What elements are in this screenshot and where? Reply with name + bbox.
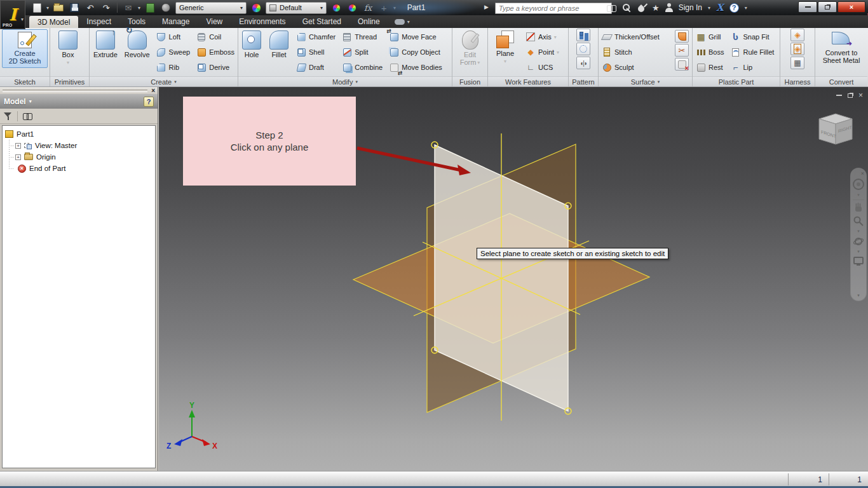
doc-close-button[interactable]: ×: [858, 91, 863, 100]
panel-close-icon[interactable]: ×: [151, 88, 155, 93]
combine-button[interactable]: Combine: [339, 60, 386, 75]
extrude-button[interactable]: ↑ Extrude: [90, 28, 121, 58]
doc-restore-button[interactable]: [848, 93, 853, 98]
new-file-button[interactable]: [31, 1, 43, 14]
rectangular-pattern-button[interactable]: [576, 29, 590, 41]
browser-header[interactable]: Model ▾ ?: [0, 94, 158, 109]
close-button[interactable]: ×: [837, 1, 865, 13]
sign-in-button[interactable]: Sign In: [679, 3, 702, 12]
help-button[interactable]: ?: [729, 3, 739, 13]
orbit-icon[interactable]: [853, 236, 864, 247]
tab-tools[interactable]: Tools: [119, 15, 154, 28]
look-at-icon[interactable]: [853, 256, 864, 266]
help-dropdown-icon[interactable]: ▾: [745, 5, 747, 11]
thicken-offset-button[interactable]: Thicken/Offset: [599, 29, 663, 44]
ucs-button[interactable]: ∟UCS: [522, 60, 562, 75]
navbar-dropdown-icon[interactable]: ▾: [857, 249, 860, 254]
material-browser-button[interactable]: [144, 1, 156, 14]
tab-get-started[interactable]: Get Started: [294, 15, 349, 28]
tab-online[interactable]: Online: [349, 15, 388, 28]
doc-minimize-button[interactable]: [836, 95, 842, 96]
inventor-logo[interactable]: I PRO ▾: [0, 0, 25, 29]
favorites-star-icon[interactable]: ★: [652, 3, 660, 13]
minimize-button[interactable]: [798, 1, 817, 13]
panel-expand-icon[interactable]: ▾: [355, 79, 358, 85]
tree-item-view-master[interactable]: + View: Master: [3, 140, 155, 151]
navbar-dropdown-icon[interactable]: ▾: [857, 229, 860, 234]
chamfer-button[interactable]: Chamfer: [293, 29, 339, 44]
tab-manage[interactable]: Manage: [154, 15, 198, 28]
plane-button[interactable]: Plane ▾: [488, 28, 522, 65]
find-icon[interactable]: [23, 113, 32, 119]
search-input[interactable]: [495, 3, 612, 14]
hole-button[interactable]: Hole: [238, 28, 265, 58]
stitch-button[interactable]: Stitch: [599, 44, 663, 60]
create-2d-sketch-button[interactable]: Create 2D Sketch: [2, 29, 48, 68]
steering-wheel-icon[interactable]: [852, 178, 865, 191]
expand-icon[interactable]: +: [15, 154, 21, 160]
trim-button[interactable]: ✂: [675, 44, 689, 57]
boss-button[interactable]: Boss: [693, 44, 727, 60]
circular-pattern-button[interactable]: [576, 43, 590, 55]
panel-expand-icon[interactable]: ▾: [658, 79, 660, 85]
coil-button[interactable]: Coil: [193, 29, 238, 44]
derive-button[interactable]: Derive: [193, 60, 238, 75]
appearance-dropdown[interactable]: Default ▾: [266, 2, 327, 14]
lip-button[interactable]: ⌐Lip: [727, 60, 777, 75]
move-face-button[interactable]: ⇄Move Face: [386, 29, 445, 44]
search-icon[interactable]: [607, 5, 616, 11]
appearance-browser-button[interactable]: [159, 1, 172, 14]
graphics-viewport[interactable]: Y X Z Step 2 Click on any plane Select p…: [159, 87, 868, 471]
cloud-menu-button[interactable]: ▾: [395, 15, 410, 28]
snap-fit-button[interactable]: ႱSnap Fit: [727, 29, 777, 44]
redo-button[interactable]: ↷: [100, 1, 112, 14]
tab-inspect[interactable]: Inspect: [78, 15, 119, 28]
convert-sheet-metal-button[interactable]: Convert to Sheet Metal: [816, 28, 867, 64]
copy-object-button[interactable]: Copy Object: [386, 44, 445, 60]
patch-button[interactable]: [675, 30, 689, 43]
exchange-apps-icon[interactable]: X: [716, 2, 724, 13]
revolve-button[interactable]: ↻ Revolve: [121, 28, 153, 58]
send-dropdown-icon[interactable]: ▾: [138, 5, 140, 11]
zoom-icon[interactable]: [853, 215, 864, 227]
split-button[interactable]: Split: [339, 44, 386, 60]
mirror-button[interactable]: ◖|◗: [576, 57, 590, 69]
panel-expand-icon[interactable]: ▾: [174, 79, 177, 85]
navbar-dropdown-icon[interactable]: ▾: [857, 193, 860, 198]
tree-item-origin[interactable]: + Origin: [3, 151, 155, 163]
thread-button[interactable]: Thread: [339, 29, 386, 44]
harness-pin-group-button[interactable]: ◈: [790, 43, 804, 55]
draft-button[interactable]: Draft: [293, 60, 339, 75]
rule-fillet-button[interactable]: Rule Fillet: [727, 44, 777, 60]
point-button[interactable]: ◆Point▾: [522, 44, 562, 60]
filter-icon[interactable]: [4, 112, 12, 120]
open-button[interactable]: [52, 1, 65, 14]
tab-3d-model[interactable]: 3D Model: [29, 16, 78, 28]
delete-face-button[interactable]: [675, 58, 689, 71]
harness-create-pin-button[interactable]: ◈: [790, 29, 804, 41]
color-wheel-button[interactable]: [250, 1, 262, 14]
harness-place-button[interactable]: ▦: [790, 57, 804, 69]
key-icon[interactable]: [622, 3, 632, 13]
axis-button[interactable]: Axis▾: [522, 29, 562, 44]
shell-button[interactable]: Shell: [293, 44, 339, 60]
maximize-button[interactable]: [818, 1, 837, 13]
expand-icon[interactable]: +: [15, 143, 21, 149]
loft-button[interactable]: Loft: [153, 29, 194, 44]
browser-dropdown-icon[interactable]: ▾: [29, 98, 32, 104]
rib-button[interactable]: Rib: [153, 60, 194, 75]
save-button[interactable]: [68, 1, 81, 14]
tab-environments[interactable]: Environments: [231, 15, 294, 28]
send-button[interactable]: ✉: [122, 1, 135, 14]
move-bodies-button[interactable]: ⇄Move Bodies: [386, 60, 445, 75]
emboss-button[interactable]: Emboss: [193, 44, 238, 60]
navbar-more-icon[interactable]: ▾: [857, 293, 860, 298]
edit-form-button[interactable]: Edit Form▾: [452, 28, 487, 67]
grill-button[interactable]: ▦Grill: [693, 29, 727, 44]
fillet-button[interactable]: Fillet: [265, 28, 293, 58]
view-cube[interactable]: FRONT RIGHT: [816, 111, 855, 149]
tree-item-end-of-part[interactable]: × End of Part: [3, 163, 155, 174]
navbar-close-icon[interactable]: ×: [861, 171, 864, 176]
panel-grip[interactable]: ×: [0, 87, 158, 94]
browser-help-button[interactable]: ?: [144, 97, 154, 107]
